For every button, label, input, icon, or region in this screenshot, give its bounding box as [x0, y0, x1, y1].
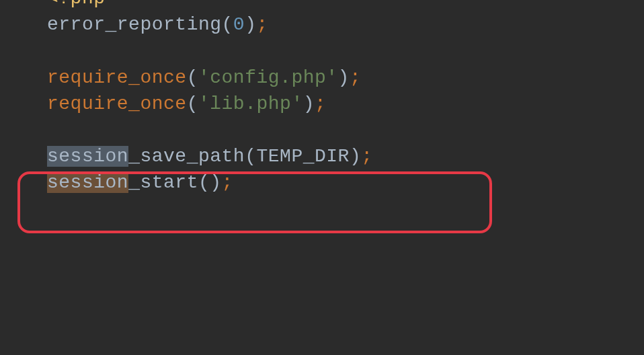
- func-name-suffix: _start: [128, 172, 198, 193]
- semicolon: ;: [222, 172, 233, 193]
- paren-close: ): [245, 14, 256, 35]
- paren-open: (: [187, 93, 198, 114]
- string-literal: 'config.php': [198, 67, 338, 88]
- string-literal: 'lib.php': [198, 93, 303, 114]
- code-line-2: error_reporting(0);: [7, 11, 644, 38]
- require-keyword: require_once: [47, 67, 187, 88]
- paren-open: (: [187, 67, 198, 88]
- constant: TEMP_DIR: [256, 146, 349, 167]
- code-line-6-blank: [7, 117, 644, 143]
- code-editor: <?php error_reporting(0); require_once('…: [0, 0, 644, 196]
- php-open-tag: <?php: [47, 0, 106, 9]
- code-line-4: require_once('config.php');: [7, 65, 644, 91]
- semicolon: ;: [361, 146, 372, 167]
- paren-close: ): [210, 172, 221, 193]
- paren-close: ): [338, 67, 350, 88]
- code-line-5: require_once('lib.php');: [7, 91, 644, 117]
- code-line-8: session_start();: [7, 169, 644, 196]
- paren-close: ): [350, 146, 361, 167]
- paren-close: ): [303, 93, 315, 114]
- func-name-suffix: _save_path: [128, 146, 245, 167]
- highlighted-match: session: [47, 146, 128, 167]
- code-line-1: <?php: [7, 0, 644, 11]
- highlighted-match: session: [47, 172, 128, 193]
- arg-number: 0: [233, 14, 245, 35]
- paren-open: (: [245, 146, 256, 167]
- paren-open: (: [198, 172, 210, 193]
- code-line-3-blank: [7, 38, 644, 64]
- semicolon: ;: [350, 67, 361, 88]
- semicolon: ;: [256, 14, 268, 35]
- code-line-7: session_save_path(TEMP_DIR);: [7, 143, 644, 169]
- require-keyword: require_once: [47, 93, 187, 114]
- paren-open: (: [222, 14, 233, 35]
- semicolon: ;: [315, 93, 326, 114]
- func-name: error_reporting: [47, 14, 222, 35]
